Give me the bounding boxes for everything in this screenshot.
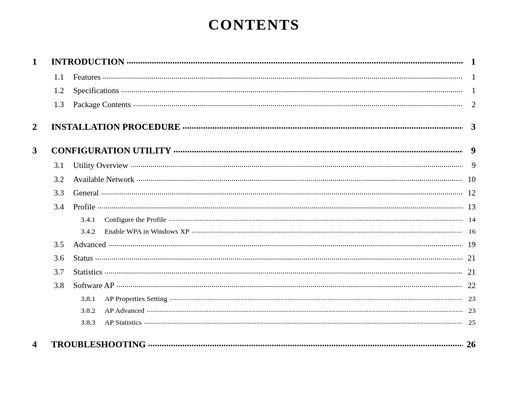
- toc-label: Configure the Profile: [105, 214, 166, 225]
- toc-page-number: 12: [465, 187, 476, 199]
- toc-page-number: 9: [465, 144, 476, 158]
- toc-entry: 3.4.1Configure the Profile14: [32, 214, 476, 225]
- toc-dots: [130, 158, 463, 171]
- page-title: CONTENTS: [32, 16, 476, 33]
- toc-dots: [170, 292, 463, 303]
- toc-page-number: 21: [465, 266, 476, 278]
- toc-dots: [121, 83, 463, 96]
- toc-entry: 1.1Features1: [32, 71, 476, 83]
- toc-page-number: 13: [465, 201, 476, 213]
- toc-number: 3.6: [54, 252, 73, 264]
- toc-number: 3.1: [54, 159, 73, 172]
- toc-page-number: 1: [465, 55, 476, 69]
- toc-label: Package Contents: [73, 99, 131, 111]
- toc-dots: [116, 278, 463, 291]
- toc-number: 3.8.3: [81, 317, 105, 328]
- toc-label: Software AP: [73, 279, 114, 292]
- toc-label: Utility Overview: [73, 159, 128, 172]
- toc-dots: [147, 304, 463, 315]
- toc-entry: 3.3General12: [32, 187, 476, 199]
- toc-number: 1.2: [54, 85, 73, 97]
- toc-number: 3: [32, 144, 51, 158]
- toc-dots: [191, 225, 463, 236]
- toc-number: 4: [32, 338, 51, 352]
- toc-label: INSTALLATION PROCEDURE: [51, 120, 180, 134]
- toc-number: 3.2: [54, 173, 73, 186]
- toc-page-number: 3: [465, 120, 476, 134]
- toc-label: AP Statistics: [105, 317, 142, 328]
- toc-entry: 1.3Package Contents2: [32, 99, 476, 111]
- toc-number: 3.8.1: [81, 293, 105, 304]
- toc-entry: 3CONFIGURATION UTILITY9: [32, 144, 476, 158]
- toc-entry: 1INTRODUCTION1: [32, 55, 476, 69]
- toc-dots: [95, 251, 463, 263]
- toc-entry: 2INSTALLATION PROCEDURE3: [32, 120, 476, 134]
- toc-label: Status: [73, 252, 93, 264]
- toc-entry: 3.6Status21: [32, 252, 476, 264]
- toc-dots: [105, 265, 463, 277]
- toc-entry: 3.2Available Network10: [32, 173, 476, 186]
- toc-number: 1.3: [54, 99, 73, 111]
- toc-dots: [98, 200, 463, 212]
- toc-entry: 3.1Utility Overview9: [32, 159, 476, 172]
- toc-entry: 3.4.2Enable WPA in Windows XP16: [32, 226, 476, 237]
- toc-dots: [183, 119, 463, 133]
- toc-entry: 3.8Software AP22: [32, 279, 476, 292]
- toc-page-number: 23: [465, 293, 476, 304]
- toc-dots: [148, 337, 463, 351]
- toc-label: Available Network: [73, 173, 134, 186]
- toc-page-number: 19: [465, 239, 476, 251]
- toc-page-number: 22: [465, 279, 476, 292]
- toc-number: 3.7: [54, 266, 73, 278]
- toc-dots: [101, 186, 463, 198]
- toc-page-number: 2: [465, 99, 476, 111]
- toc-entry: 4TROUBLESHOOTING26: [32, 338, 476, 352]
- toc-dots: [127, 54, 463, 68]
- toc-number: 3.5: [54, 239, 73, 251]
- toc-dots: [136, 172, 463, 185]
- toc-number: 2: [32, 120, 51, 134]
- toc-dots: [169, 213, 463, 224]
- toc-label: TROUBLESHOOTING: [51, 338, 146, 352]
- toc-dots: [173, 143, 463, 157]
- toc-label: Specifications: [73, 85, 119, 97]
- toc-number: 3.4.2: [81, 226, 105, 237]
- toc-dots: [144, 316, 463, 327]
- toc-page-number: 16: [465, 226, 476, 237]
- toc-label: General: [73, 187, 99, 199]
- toc-entry: 3.8.2AP Advanced23: [32, 305, 476, 316]
- toc-dots: [103, 70, 463, 82]
- toc-page-number: 23: [465, 305, 476, 316]
- toc-label: Enable WPA in Windows XP: [105, 226, 189, 237]
- toc-label: AP Properties Setting: [105, 293, 168, 304]
- toc-page-number: 10: [465, 173, 476, 186]
- toc-label: Advanced: [73, 239, 106, 251]
- toc-page-number: 26: [465, 338, 476, 352]
- toc-entry: 1.2Specifications1: [32, 85, 476, 97]
- toc-page-number: 1: [465, 85, 476, 97]
- toc-label: Features: [73, 71, 101, 83]
- toc-page-number: 9: [465, 159, 476, 172]
- toc-label: Statistics: [73, 266, 102, 278]
- toc-number: 1: [32, 55, 51, 69]
- toc-entry: 3.8.1AP Properties Setting23: [32, 293, 476, 304]
- toc-page-number: 1: [465, 71, 476, 83]
- toc-container: 1INTRODUCTION11.1Features11.2Specificati…: [32, 55, 476, 352]
- toc-entry: 3.7Statistics21: [32, 266, 476, 278]
- toc-page-number: 21: [465, 252, 476, 264]
- toc-label: CONFIGURATION UTILITY: [51, 144, 171, 158]
- toc-entry: 3.5Advanced19: [32, 239, 476, 251]
- toc-label: Profile: [73, 201, 95, 213]
- toc-entry: 3.4Profile13: [32, 201, 476, 213]
- toc-page-number: 14: [465, 214, 476, 225]
- toc-number: 1.1: [54, 71, 73, 83]
- toc-number: 3.3: [54, 187, 73, 199]
- toc-number: 3.4: [54, 201, 73, 213]
- toc-dots: [133, 97, 463, 110]
- toc-number: 3.8.2: [81, 305, 105, 316]
- toc-number: 3.8: [54, 279, 73, 292]
- toc-label: INTRODUCTION: [51, 55, 124, 69]
- toc-label: AP Advanced: [105, 305, 144, 316]
- toc-entry: 3.8.3AP Statistics25: [32, 317, 476, 328]
- toc-dots: [108, 237, 463, 250]
